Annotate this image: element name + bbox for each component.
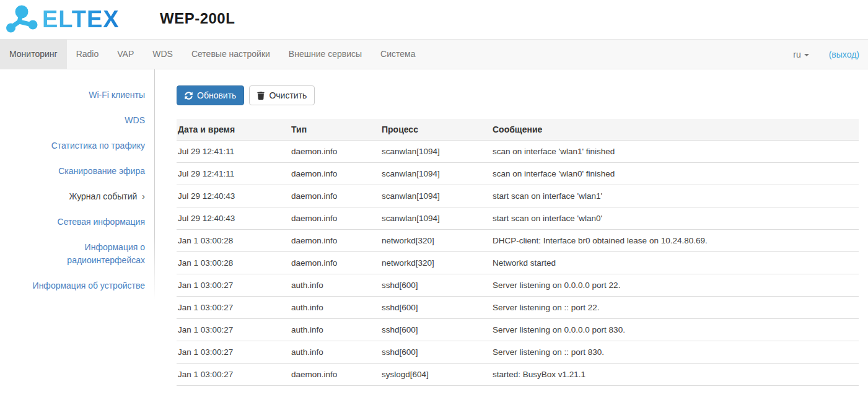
cell-datetime: Jul 29 12:41:11 — [177, 141, 290, 163]
brand-name: ELTEX — [42, 4, 120, 34]
nav-tab-network-settings[interactable]: Сетевые настройки — [182, 40, 279, 69]
nav-tab-monitoring[interactable]: Мониторинг — [0, 40, 67, 69]
device-title: WEP-200L — [160, 0, 235, 37]
cell-message: start scan on interface 'wlan0' — [491, 207, 859, 230]
cell-datetime: Jan 1 03:00:27 — [177, 364, 290, 386]
cell-process: scanwlan[1094] — [380, 163, 491, 185]
sidebar-item-label: Информация о радиоинтерфейсах — [67, 242, 145, 265]
sidebar-item-label: WDS — [125, 115, 145, 125]
cell-message: DHCP-client: Interface br0 obtained leas… — [491, 230, 859, 252]
toolbar: Обновить Очистить — [177, 85, 859, 105]
cell-process: scanwlan[1094] — [380, 185, 491, 207]
page: ELTEX WEP-200L МониторингRadioVAPWDSСете… — [0, 0, 868, 410]
cell-message: scan on interface 'wlan1' finished — [491, 141, 859, 163]
content: Wi-Fi клиентыWDSСтатистика по трафикуСка… — [0, 69, 868, 410]
cell-process: scanwlan[1094] — [380, 207, 491, 230]
cell-type: auth.info — [290, 297, 380, 319]
table-body: Jul 29 12:41:11daemon.infoscanwlan[1094]… — [177, 141, 859, 386]
nav-tab-external-services[interactable]: Внешние сервисы — [279, 40, 371, 69]
cell-type: auth.info — [290, 274, 380, 297]
column-header: Процесс — [380, 119, 491, 141]
refresh-button[interactable]: Обновить — [177, 85, 244, 105]
cell-process: syslogd[604] — [380, 364, 491, 386]
log-row: Jan 1 03:00:27auth.infosshd[600]Server l… — [177, 297, 859, 319]
cell-message: Networkd started — [491, 252, 859, 274]
sidebar-item-air-scan[interactable]: Сканирование эфира — [0, 159, 155, 184]
cell-datetime: Jan 1 03:00:28 — [177, 252, 290, 274]
clear-button[interactable]: Очистить — [249, 85, 315, 105]
cell-datetime: Jul 29 12:41:11 — [177, 163, 290, 185]
cell-message: scan on interface 'wlan0' finished — [491, 163, 859, 185]
cell-type: daemon.info — [290, 252, 380, 274]
cell-datetime: Jul 29 12:40:43 — [177, 207, 290, 230]
column-header: Сообщение — [491, 119, 859, 141]
log-row: Jan 1 03:00:27auth.infosshd[600]Server l… — [177, 341, 859, 364]
log-row: Jan 1 03:00:28daemon.infonetworkd[320]DH… — [177, 230, 859, 252]
table-header-row: Дата и времяТипПроцессСообщение — [177, 119, 859, 141]
eltex-logo-icon — [5, 4, 38, 34]
log-row: Jan 1 03:00:28daemon.infonetworkd[320]Ne… — [177, 252, 859, 274]
language-dropdown[interactable]: ru — [793, 50, 809, 59]
cell-type: daemon.info — [290, 364, 380, 386]
refresh-icon — [185, 92, 193, 100]
cell-type: daemon.info — [290, 185, 380, 207]
sidebar-item-wifi-clients[interactable]: Wi-Fi клиенты — [0, 82, 155, 108]
main-content: Обновить Очистить Дата и времяТипПроцесс… — [155, 69, 868, 386]
cell-type: auth.info — [290, 319, 380, 341]
cell-process: sshd[600] — [380, 341, 491, 364]
sidebar-item-network-info[interactable]: Сетевая информация — [0, 209, 155, 235]
sidebar-item-wds[interactable]: WDS — [0, 108, 155, 133]
cell-datetime: Jan 1 03:00:27 — [177, 319, 290, 341]
nav-tabs: МониторингRadioVAPWDSСетевые настройкиВн… — [0, 40, 424, 69]
sidebar-item-label: Информация об устройстве — [33, 281, 145, 290]
clear-button-label: Очистить — [269, 90, 307, 101]
main-nav: МониторингRadioVAPWDSСетевые настройкиВн… — [0, 39, 868, 69]
sidebar-item-traffic-stats[interactable]: Статистика по трафику — [0, 133, 155, 159]
cell-process: networkd[320] — [380, 252, 491, 274]
sidebar-item-label: Сетевая информация — [58, 217, 145, 227]
cell-message: Server listening on 0.0.0.0 port 830. — [491, 319, 859, 341]
log-row: Jul 29 12:40:43daemon.infoscanwlan[1094]… — [177, 207, 859, 230]
cell-message: Server listening on 0.0.0.0 port 22. — [491, 274, 859, 297]
cell-datetime: Jan 1 03:00:27 — [177, 341, 290, 364]
column-header: Тип — [290, 119, 380, 141]
cell-datetime: Jul 29 12:40:43 — [177, 185, 290, 207]
log-row: Jul 29 12:41:11daemon.infoscanwlan[1094]… — [177, 163, 859, 185]
cell-process: sshd[600] — [380, 274, 491, 297]
sidebar-item-label: Сканирование эфира — [58, 166, 145, 176]
cell-process: scanwlan[1094] — [380, 141, 491, 163]
nav-tab-system[interactable]: Система — [371, 40, 424, 69]
cell-process: networkd[320] — [380, 230, 491, 252]
cell-message: Server listening on :: port 830. — [491, 341, 859, 364]
cell-datetime: Jan 1 03:00:27 — [177, 274, 290, 297]
nav-tab-radio[interactable]: Radio — [67, 40, 108, 69]
nav-tab-vap[interactable]: VAP — [108, 40, 143, 69]
header: ELTEX WEP-200L — [0, 0, 868, 39]
event-log-table: Дата и времяТипПроцессСообщение Jul 29 1… — [177, 119, 859, 386]
sidebar-item-radio-info[interactable]: Информация о радиоинтерфейсах — [0, 235, 155, 273]
cell-process: sshd[600] — [380, 297, 491, 319]
sidebar-item-label: Wi-Fi клиенты — [89, 90, 145, 100]
language-label: ru — [793, 50, 800, 59]
cell-message: start scan on interface 'wlan1' — [491, 185, 859, 207]
cell-datetime: Jan 1 03:00:27 — [177, 297, 290, 319]
log-row: Jan 1 03:00:27daemon.infosyslogd[604]sta… — [177, 364, 859, 386]
cell-type: daemon.info — [290, 230, 380, 252]
logout-link[interactable]: (выход) — [829, 50, 864, 59]
trash-icon — [257, 92, 265, 100]
sidebar: Wi-Fi клиентыWDSСтатистика по трафикуСка… — [0, 69, 155, 300]
cell-message: started: BusyBox v1.21.1 — [491, 364, 859, 386]
caret-down-icon — [804, 54, 809, 56]
cell-type: daemon.info — [290, 141, 380, 163]
sidebar-item-label: Статистика по трафику — [51, 141, 145, 150]
cell-type: daemon.info — [290, 163, 380, 185]
sidebar-item-event-log[interactable]: Журнал событий › — [0, 184, 155, 209]
sidebar-item-device-info[interactable]: Информация об устройстве — [0, 273, 155, 299]
nav-right: ru (выход) — [793, 40, 868, 69]
log-row: Jan 1 03:00:27auth.infosshd[600]Server l… — [177, 274, 859, 297]
cell-process: sshd[600] — [380, 319, 491, 341]
cell-type: auth.info — [290, 341, 380, 364]
active-item-arrow-icon: › — [139, 191, 145, 201]
cell-datetime: Jan 1 03:00:28 — [177, 230, 290, 252]
nav-tab-wds[interactable]: WDS — [143, 40, 182, 69]
